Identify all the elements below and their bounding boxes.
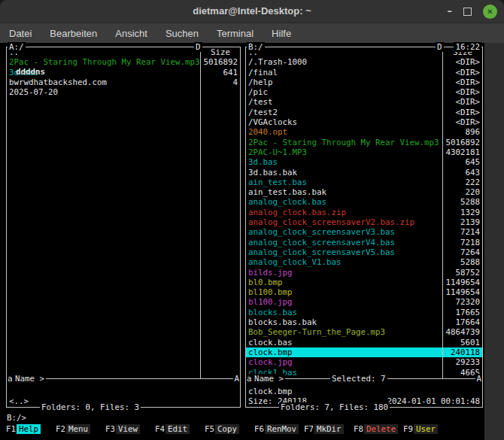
file-row[interactable]: 2PAC-U~1.MP34302181 — [246, 147, 482, 157]
fkey-label[interactable]: Copy — [215, 424, 239, 434]
fkey-label[interactable]: RenMov — [265, 424, 299, 434]
menu-item-suchen[interactable]: Suchen — [156, 28, 208, 39]
minimize-button[interactable]: – — [448, 8, 453, 15]
file-row[interactable]: bl100.bmp1149654 — [246, 287, 482, 297]
fkey-f8[interactable]: F8Delete — [354, 424, 403, 434]
file-name: ain_test.bas.bak — [246, 187, 443, 197]
file-row[interactable]: analog_clock_screensaverV3.bas7214 — [246, 227, 482, 237]
fkey-number: F4 — [155, 424, 165, 434]
file-row[interactable]: Bob_Seeger-Turn_the_Page.mp34864739 — [246, 327, 482, 337]
mini-status-file: clock.bmp — [248, 387, 293, 396]
command-prompt[interactable]: B:/> — [7, 413, 26, 423]
file-row[interactable]: /pic<DIR> — [246, 87, 482, 97]
fkey-label[interactable]: Menu — [66, 424, 90, 434]
sort-label[interactable]: Name > — [14, 374, 46, 384]
maximize-button[interactable] — [463, 8, 472, 16]
file-size: 7264 — [443, 247, 482, 257]
file-row[interactable]: /test2<DIR> — [246, 108, 482, 117]
fkey-f5[interactable]: F5Copy — [205, 424, 254, 434]
file-row[interactable]: clock.jpg29233 — [246, 357, 482, 367]
fkey-label[interactable]: User — [414, 424, 438, 434]
file-row[interactable]: analog_clock.bas.zip1329 — [246, 208, 482, 217]
file-row[interactable]: clock.bmp240118 — [246, 347, 482, 357]
file-size: <DIR> — [443, 68, 482, 77]
file-row[interactable]: /help<DIR> — [246, 77, 482, 87]
file-name: bl100.bmp — [246, 287, 443, 297]
file-size: 645 — [443, 157, 482, 167]
file-row[interactable]: 3d.bas.bak643 — [246, 168, 482, 178]
file-row[interactable]: ain_test.bas222 — [246, 178, 482, 187]
menu-item-datei[interactable]: Datei — [0, 28, 41, 39]
sort-label[interactable]: Name > — [253, 374, 285, 384]
file-name: bilds.jpg — [246, 268, 443, 278]
fkey-f9[interactable]: F9User — [403, 424, 453, 434]
scrollbar-gutter[interactable] — [484, 43, 504, 440]
border-char: A — [233, 374, 240, 384]
file-row[interactable]: analog_clock_screensaverV2.bas.zip2139 — [246, 217, 482, 227]
terminal-screen[interactable]: ..2Pac - Staring Through My Rear View.mp… — [0, 43, 504, 440]
file-row[interactable]: /test<DIR> — [246, 97, 482, 107]
fkey-label[interactable]: MkDir — [314, 424, 344, 434]
file-row[interactable]: blocks.bas17665 — [246, 308, 482, 317]
fkey-f1[interactable]: F1Help — [6, 424, 56, 434]
fkey-f6[interactable]: F6RenMov — [254, 424, 304, 434]
file-row[interactable]: bl100.jpg72320 — [246, 297, 482, 307]
fkey-label[interactable]: Help — [17, 424, 41, 434]
file-row[interactable]: 2040.opt896 — [246, 127, 482, 137]
file-row[interactable]: /.Trash-1000<DIR> — [246, 57, 482, 67]
file-row[interactable]: 2025-07-20 — [7, 87, 240, 97]
left-drive-label[interactable]: A:/ — [8, 42, 26, 52]
fkey-label[interactable]: View — [116, 424, 140, 434]
mini-status-date: 2024-01-01 00:01:48 — [387, 396, 480, 406]
file-row[interactable]: clock.bas5601 — [246, 338, 482, 347]
file-name: /test2 — [246, 108, 443, 117]
file-name: /VGAclocks — [246, 117, 443, 127]
file-row[interactable]: analog_clock_V1.bas5288 — [246, 257, 482, 267]
fkey-label[interactable]: Delete — [364, 424, 398, 434]
menu-item-hilfe[interactable]: Hilfe — [263, 28, 300, 39]
file-size: 17664 — [443, 317, 482, 327]
file-size: <DIR> — [443, 77, 482, 87]
close-button[interactable]: ✕ — [483, 5, 497, 19]
file-name: bl100.jpg — [246, 297, 443, 307]
file-row[interactable]: /final<DIR> — [246, 68, 482, 77]
file-row[interactable]: analog_clock_screensaverV4.bas7218 — [246, 238, 482, 247]
file-name: analog_clock_V1.bas — [246, 257, 443, 267]
right-drive-label[interactable]: B:/ — [247, 42, 265, 52]
file-row[interactable]: bl0.bmp1149654 — [246, 278, 482, 287]
fkey-f7[interactable]: F7MkDir — [304, 424, 354, 434]
file-size: <DIR> — [443, 108, 482, 117]
ghost-text: ddddns — [16, 67, 45, 77]
file-row[interactable]: 3d.bas645 — [246, 157, 482, 167]
file-row[interactable]: analog_clock_screensaverV5.bas7264 — [246, 247, 482, 257]
file-name: analog_clock_screensaverV3.bas — [246, 227, 443, 237]
fkey-f3[interactable]: F3View — [105, 424, 155, 434]
file-name: /final — [246, 68, 443, 77]
fkey-number: F9 — [403, 424, 413, 434]
file-row[interactable]: bwrwdhatbackshed.com4 — [7, 77, 240, 87]
file-name: clock.jpg — [246, 357, 443, 367]
file-size — [201, 87, 240, 97]
menu-item-terminal[interactable]: Terminal — [208, 28, 263, 39]
file-name: analog_clock_screensaverV2.bas.zip — [246, 217, 443, 227]
file-size: 641 — [201, 68, 240, 77]
fkey-f4[interactable]: F4Edit — [155, 424, 205, 434]
file-size: 17665 — [443, 308, 482, 317]
file-size: 240118 — [443, 347, 482, 357]
menu-item-bearbeiten[interactable]: Bearbeiten — [41, 28, 106, 39]
fkey-f2[interactable]: F2Menu — [56, 424, 105, 434]
file-row[interactable]: 2Pac - Staring Through My Rear View.mp35… — [246, 138, 482, 147]
file-row[interactable]: blocks.bas.bak17664 — [246, 317, 482, 327]
border-char: a — [246, 374, 253, 384]
file-name: 2025-07-20 — [7, 87, 201, 97]
file-row[interactable]: bilds.jpg58752 — [246, 268, 482, 278]
file-row[interactable]: /VGAclocks<DIR> — [246, 117, 482, 127]
file-size: 220 — [443, 187, 482, 197]
fkey-label[interactable]: Edit — [165, 424, 190, 434]
file-row[interactable]: ain_test.bas.bak220 — [246, 187, 482, 197]
fkey-number: F2 — [56, 424, 65, 434]
file-row[interactable]: analog_clock.bas5288 — [246, 197, 482, 207]
file-row[interactable]: 2Pac - Staring Through My Rear View.mp35… — [7, 57, 240, 67]
menu-item-ansicht[interactable]: Ansicht — [106, 28, 156, 39]
file-name: bl0.bmp — [246, 278, 443, 287]
